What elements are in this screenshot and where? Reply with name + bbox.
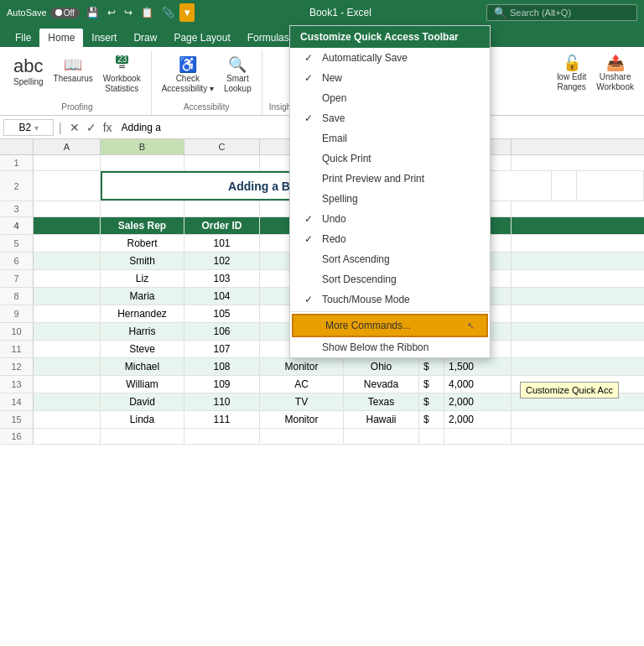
cell-g15[interactable]: 2,000 [444,411,512,428]
cell-reference-box[interactable]: B2 ▾ [3,119,54,136]
dropdown-item-new[interactable]: ✓ New [290,68,490,88]
cell-e15[interactable]: Hawaii [344,411,419,428]
smart-lookup-button[interactable]: 🔍 SmartLookup [221,55,255,96]
cell-d13[interactable]: AC [260,376,344,393]
cell-f13[interactable]: $ [419,376,444,393]
cell-b5[interactable]: Robert [101,235,184,252]
dropdown-item-email[interactable]: Email [290,128,490,148]
cell-a5[interactable] [34,235,101,252]
cell-b9[interactable]: Hernandez [101,305,184,322]
dropdown-item-save[interactable]: ✓ Save [290,108,490,128]
cell-b10[interactable]: Harris [101,323,184,340]
cell-b1[interactable] [101,155,184,170]
unshare-workbook-button[interactable]: 📤 UnshareWorkbook [593,54,637,112]
cell-b15[interactable]: Linda [101,411,184,428]
cell-g14[interactable]: 2,000 [444,393,512,410]
cell-c6[interactable]: 102 [184,253,260,269]
cell-g16[interactable] [444,429,512,444]
cell-b14[interactable]: David [101,393,184,410]
workbook-statistics-button[interactable]: ≡23 WorkbookStatistics [100,55,144,96]
cell-f15[interactable]: $ [419,411,444,428]
dropdown-item-more-commands[interactable]: More Commands... ↖ [292,314,488,337]
quick-access-dropdown-menu[interactable]: Customize Quick Access Toolbar ✓ Automat… [289,25,491,358]
autosave-pill[interactable]: Off [50,8,80,18]
cell-e14[interactable]: Texas [344,393,419,410]
cell-c11[interactable]: 107 [184,341,260,357]
cell-a11[interactable] [34,341,101,357]
dropdown-item-print-preview[interactable]: Print Preview and Print [290,169,490,189]
cell-a14[interactable] [34,393,101,410]
cell-f2[interactable] [552,171,577,201]
spelling-button[interactable]: abc Spelling [10,55,47,89]
col-header-c[interactable]: C [184,139,260,154]
cell-c4-orderid[interactable]: Order ID [184,217,260,234]
cell-c9[interactable]: 105 [184,305,260,322]
cell-a1[interactable] [34,155,101,170]
cell-b6[interactable]: Smith [101,253,184,269]
tab-home[interactable]: Home [39,29,83,47]
cell-c3[interactable] [184,201,260,216]
cell-c15[interactable]: 111 [184,411,260,428]
cell-d16[interactable] [260,429,344,444]
thesaurus-button[interactable]: 📖 Thesaurus [50,55,96,86]
cell-b12[interactable]: Michael [101,358,184,375]
tab-file[interactable]: File [7,29,39,47]
cell-a13[interactable] [34,376,101,393]
cell-c10[interactable]: 106 [184,323,260,340]
autosave-toggle[interactable]: AutoSave Off [7,8,80,18]
cell-c16[interactable] [184,429,260,444]
undo-button[interactable]: ↩ [104,5,119,20]
cell-b7[interactable]: Liz [101,270,184,287]
cell-f16[interactable] [419,429,444,444]
redo-button[interactable]: ↪ [121,5,136,20]
save-button[interactable]: 💾 [83,5,102,20]
cell-a16[interactable] [34,429,101,444]
cell-e12[interactable]: Ohio [344,358,419,375]
search-input[interactable] [510,8,610,18]
cell-b13[interactable]: William [101,376,184,393]
cell-c12[interactable]: 108 [184,358,260,375]
cell-a8[interactable] [34,288,101,305]
dropdown-item-quick-print[interactable]: Quick Print [290,148,490,169]
cell-b11[interactable]: Steve [101,341,184,357]
cell-b16[interactable] [101,429,184,444]
cell-c5[interactable]: 101 [184,235,260,252]
cell-c8[interactable]: 104 [184,288,260,305]
cell-a6[interactable] [34,253,101,269]
col-header-a[interactable]: A [34,139,101,154]
cell-e13[interactable]: Nevada [344,376,419,393]
dropdown-item-touch-mouse[interactable]: ✓ Touch/Mouse Mode [290,289,490,310]
dropdown-item-show-below[interactable]: Show Below the Ribbon [290,337,490,357]
cell-b3[interactable] [101,201,184,216]
quick-access-dropdown-button[interactable]: ▾ [179,3,195,22]
cell-a9[interactable] [34,305,101,322]
copy-button[interactable]: 📋 [138,5,157,20]
cell-c1[interactable] [184,155,260,170]
col-header-b[interactable]: B [101,139,184,154]
cell-a7[interactable] [34,270,101,287]
search-box[interactable]: 🔍 [486,4,637,21]
cell-a10[interactable] [34,323,101,340]
dropdown-item-sort-asc[interactable]: Sort Ascending [290,249,490,269]
dropdown-item-open[interactable]: Open [290,88,490,108]
cell-d12[interactable]: Monitor [260,358,344,375]
cell-a2[interactable] [34,171,101,201]
dropdown-item-sort-desc[interactable]: Sort Descending [290,269,490,289]
cell-ref-arrow[interactable]: ▾ [34,123,39,133]
check-accessibility-button[interactable]: ♿ CheckAccessibility ▾ [158,55,217,96]
cell-c7[interactable]: 103 [184,270,260,287]
cell-g12[interactable]: 1,500 [444,358,512,375]
cell-a15[interactable] [34,411,101,428]
cell-f14[interactable]: $ [419,393,444,410]
cell-g13[interactable]: 4,000 [444,376,512,393]
clip-button[interactable]: 📎 [158,5,178,20]
cell-f12[interactable]: $ [419,358,444,375]
dropdown-item-undo[interactable]: ✓ Undo [290,209,490,229]
allow-edit-ranges-button[interactable]: 🔓 low EditRanges [553,54,589,112]
cell-d14[interactable]: TV [260,393,344,410]
tab-insert[interactable]: Insert [83,29,125,47]
cell-b4-salesrep[interactable]: Sales Rep [101,217,184,234]
cell-c13[interactable]: 109 [184,376,260,393]
confirm-formula-icon[interactable]: ✓ [84,121,99,134]
cell-g2[interactable] [577,171,644,201]
